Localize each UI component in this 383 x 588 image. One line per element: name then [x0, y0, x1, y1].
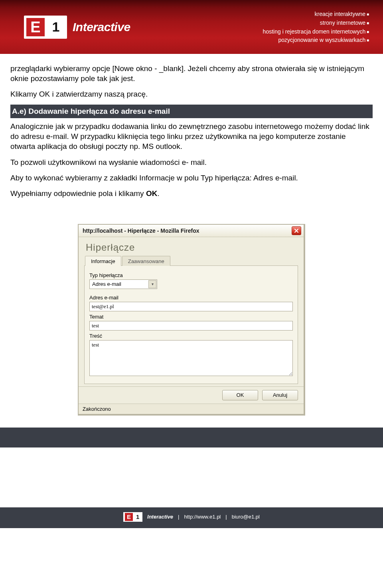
logo-digit-1: 1	[48, 18, 64, 36]
tab-zaawansowane[interactable]: Zaawansowane	[122, 256, 170, 266]
dialog-body: Hiperłącze Informacje Zaawansowane Typ h…	[79, 237, 304, 386]
dialog-status: Zakończono	[79, 404, 304, 414]
chevron-down-icon[interactable]: ▾	[148, 280, 156, 288]
paragraph: Wypełniamy odpowiednie pola i klikamy OK…	[10, 188, 373, 198]
tab-panel: Typ hiperłącza Adres e-mail ▾ Adres e-ma…	[84, 265, 298, 384]
logo-badge: E 1	[24, 16, 67, 39]
logo-text: Interactive	[73, 20, 130, 34]
paragraph: Aby to wykonać wybieramy z zakładki Info…	[10, 173, 373, 183]
footer-url[interactable]: http://www.e1.pl	[184, 514, 221, 520]
dialog-title: http://localhost - Hiperłącze - Mozilla …	[83, 228, 199, 234]
label-email: Adres e-mail	[89, 295, 293, 301]
separator: |	[178, 514, 179, 520]
logo-letter-e: E	[125, 513, 133, 521]
footer-email[interactable]: biuro@e1.pl	[232, 514, 260, 520]
label-type: Typ hiperłącza	[89, 272, 293, 278]
separator: |	[225, 514, 227, 520]
page-footer: E 1 Interactive | http://www.e1.pl | biu…	[0, 507, 383, 528]
paragraph-text: .	[157, 189, 159, 198]
paragraph-bold: OK	[146, 189, 158, 198]
paragraph: Analogicznie jak w przypadku dodawania l…	[10, 121, 373, 151]
tab-informacje[interactable]: Informacje	[85, 256, 121, 266]
body-field[interactable]	[89, 340, 293, 376]
footer-brand-text: Interactive	[147, 514, 173, 520]
label-subject: Temat	[89, 314, 293, 320]
dialog-heading: Hiperłącze	[86, 242, 298, 253]
footer-logo: E 1	[123, 512, 142, 522]
select-value: Adres e-mail	[92, 281, 121, 287]
page-header: E 1 Interactive kreacje interaktywne str…	[0, 0, 383, 54]
header-taglines: kreacje interaktywne strony internetowe …	[263, 9, 369, 45]
paragraph: przeglądarki wybieramy opcje [Nowe okno …	[10, 63, 373, 83]
subject-field[interactable]	[89, 321, 293, 331]
tagline: kreacje interaktywne	[263, 10, 369, 19]
tagline: pozycjonowanie w wyszukiwarkach	[263, 36, 369, 45]
logo-digit-1: 1	[134, 513, 141, 520]
article-body: przeglądarki wybieramy opcje [Nowe okno …	[0, 54, 383, 208]
hyperlink-dialog: http://localhost - Hiperłącze - Mozilla …	[78, 224, 305, 416]
tagline: hosting i rejestracja domen internetowyc…	[263, 28, 369, 36]
spacer	[0, 447, 383, 507]
paragraph: To pozwoli użytkownikowi na wysłanie wia…	[10, 157, 373, 167]
paragraph-text: Wypełniamy odpowiednie pola i klikamy	[10, 189, 146, 198]
decorative-band	[0, 428, 383, 447]
cancel-button[interactable]: Anuluj	[262, 390, 298, 400]
close-icon[interactable]	[292, 226, 301, 235]
ok-button[interactable]: OK	[222, 390, 258, 400]
dialog-tabs: Informacje Zaawansowane	[85, 255, 298, 265]
paragraph: Klikamy OK i zatwierdzamy naszą pracę.	[10, 89, 373, 99]
hyperlink-type-select[interactable]: Adres e-mail ▾	[89, 279, 157, 289]
label-body: Treść	[89, 333, 293, 339]
dialog-button-row: OK Anuluj	[79, 386, 304, 404]
section-heading: A.e) Dodawanie hiperłącza do adresu e-ma…	[10, 105, 373, 118]
dialog-figure: http://localhost - Hiperłącze - Mozilla …	[0, 208, 383, 428]
email-field[interactable]	[89, 302, 293, 311]
tagline: strony internetowe	[263, 19, 369, 28]
logo: E 1 Interactive	[24, 16, 130, 39]
dialog-titlebar: http://localhost - Hiperłącze - Mozilla …	[79, 225, 304, 237]
logo-letter-e: E	[26, 18, 45, 36]
